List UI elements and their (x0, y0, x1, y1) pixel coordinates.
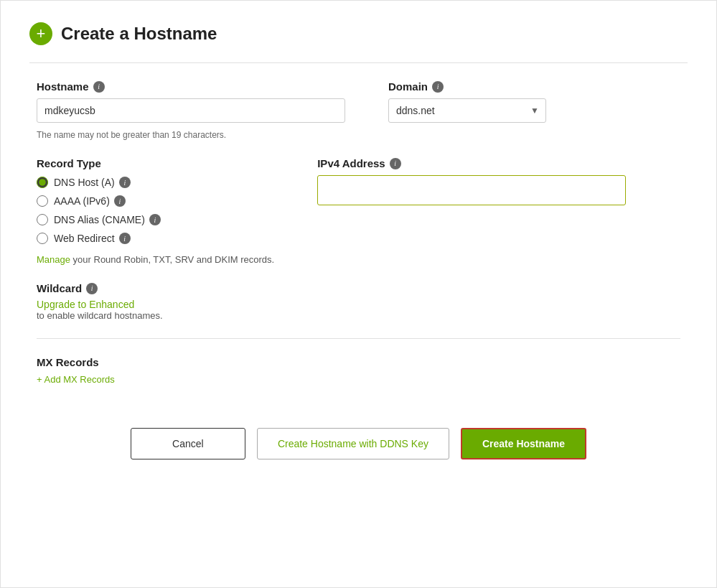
record-type-group: Record Type DNS Host (A) i AAAA (IPv6) (37, 157, 274, 265)
hostname-group: Hostname i The name may not be greater t… (37, 80, 345, 140)
page-title: Create a Hostname (61, 24, 217, 44)
dns-host-a-info-icon[interactable]: i (119, 177, 131, 188)
radio-dns-alias-cname[interactable]: DNS Alias (CNAME) i (37, 214, 274, 225)
domain-label: Domain (388, 80, 428, 93)
form-section: Hostname i The name may not be greater t… (29, 80, 688, 385)
dns-alias-info-icon[interactable]: i (149, 214, 161, 225)
record-type-label-row: Record Type (37, 157, 274, 169)
domain-info-icon[interactable]: i (432, 81, 444, 93)
ipv4-info-icon[interactable]: i (390, 158, 401, 169)
manage-link[interactable]: Manage (37, 254, 70, 265)
radio-aaaa-ipv6-input[interactable] (37, 195, 48, 207)
ipv4-label: IPv4 Address (317, 157, 385, 169)
manage-text: Manage your Round Robin, TXT, SRV and DK… (37, 254, 274, 265)
hostname-label-row: Hostname i (37, 80, 345, 93)
wildcard-title: Wildcard (37, 282, 82, 294)
record-ipv4-row: Record Type DNS Host (A) i AAAA (IPv6) (37, 157, 680, 265)
domain-select-wrapper: ddns.net no-ip.com no-ip.org no-ip.info … (388, 98, 546, 123)
footer-buttons: Cancel Create Hostname with DDNS Key Cre… (29, 428, 688, 481)
hostname-domain-row: Hostname i The name may not be greater t… (37, 80, 680, 140)
radio-web-redirect-input[interactable] (37, 233, 48, 244)
mx-records-title: MX Records (37, 356, 680, 368)
radio-dns-host-a-input[interactable] (37, 177, 48, 188)
ipv4-label-row: IPv4 Address i (317, 157, 626, 169)
web-redirect-info-icon[interactable]: i (119, 233, 131, 244)
radio-dns-alias-cname-label: DNS Alias (CNAME) i (54, 214, 161, 225)
create-hostname-button[interactable]: Create Hostname (461, 428, 586, 459)
wildcard-description: to enable wildcard hostnames. (37, 310, 680, 321)
upgrade-link[interactable]: Upgrade to Enhanced (37, 299, 134, 310)
section-divider (37, 338, 680, 339)
domain-select[interactable]: ddns.net no-ip.com no-ip.org no-ip.info … (388, 98, 546, 123)
plus-icon: + (29, 22, 52, 45)
cancel-button[interactable]: Cancel (131, 428, 245, 459)
page-header: + Create a Hostname (29, 22, 688, 45)
hostname-input[interactable] (37, 98, 345, 123)
domain-label-row: Domain i (388, 80, 546, 93)
aaaa-ipv6-info-icon[interactable]: i (114, 195, 126, 207)
header-divider (29, 62, 688, 63)
domain-group: Domain i ddns.net no-ip.com no-ip.org no… (388, 80, 546, 140)
radio-web-redirect-label: Web Redirect i (54, 233, 131, 244)
wildcard-section: Wildcard i Upgrade to Enhanced to enable… (37, 282, 680, 321)
radio-aaaa-ipv6[interactable]: AAAA (IPv6) i (37, 195, 274, 207)
radio-dns-host-a-label: DNS Host (A) i (54, 177, 131, 188)
create-with-ddns-button[interactable]: Create Hostname with DDNS Key (257, 428, 449, 459)
hostname-info-icon[interactable]: i (93, 81, 105, 93)
hostname-label: Hostname (37, 80, 89, 93)
mx-records-section: MX Records + Add MX Records (37, 356, 680, 385)
add-mx-records-link[interactable]: + Add MX Records (37, 374, 680, 385)
wildcard-info-icon[interactable]: i (86, 283, 98, 294)
radio-dns-host-a[interactable]: DNS Host (A) i (37, 177, 274, 188)
ipv4-input[interactable] (317, 175, 626, 205)
wildcard-label-row: Wildcard i (37, 282, 680, 294)
record-type-label: Record Type (37, 157, 101, 169)
radio-aaaa-ipv6-label: AAAA (IPv6) i (54, 195, 126, 207)
page-container: + Create a Hostname Hostname i The name … (0, 0, 717, 588)
ipv4-group: IPv4 Address i (317, 157, 626, 205)
radio-dns-alias-cname-input[interactable] (37, 214, 48, 225)
radio-group: DNS Host (A) i AAAA (IPv6) i (37, 177, 274, 244)
radio-web-redirect[interactable]: Web Redirect i (37, 233, 274, 244)
hostname-helper: The name may not be greater than 19 char… (37, 130, 345, 140)
